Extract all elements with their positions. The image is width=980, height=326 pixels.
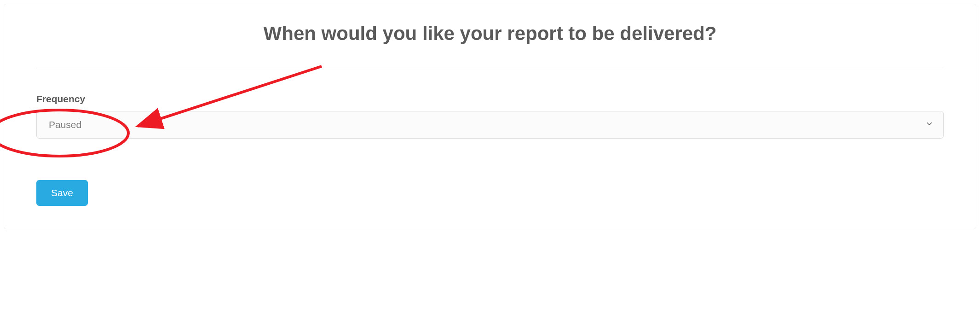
frequency-select[interactable]: Paused <box>36 111 944 139</box>
page-title: When would you like your report to be de… <box>36 23 944 45</box>
save-button[interactable]: Save <box>36 180 88 206</box>
frequency-selected-value: Paused <box>49 119 81 130</box>
frequency-select-wrap: Paused <box>36 111 944 139</box>
report-delivery-panel: When would you like your report to be de… <box>4 4 976 229</box>
annotation-arrow-ellipse <box>0 64 446 233</box>
divider <box>36 68 944 68</box>
frequency-label: Frequency <box>36 93 944 105</box>
